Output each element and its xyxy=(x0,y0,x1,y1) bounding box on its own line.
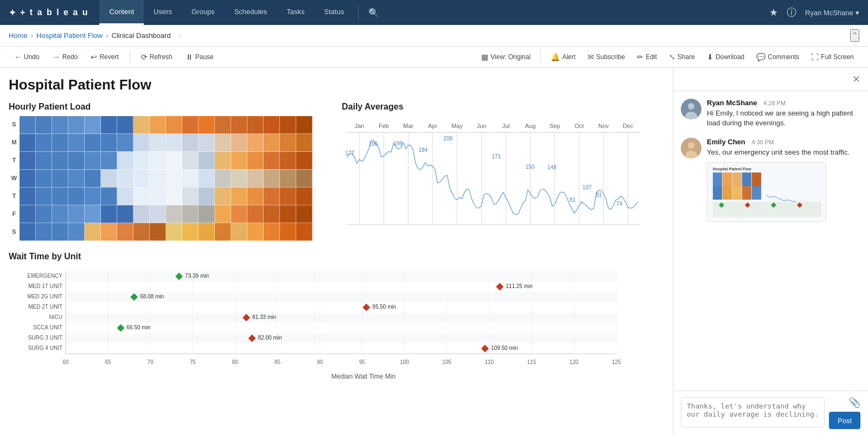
comment-header-emily: Emily Chen 4:30 PM xyxy=(707,138,860,146)
comments-panel: ✕ Ryan McShane 4:28 PM Hi Emily, xyxy=(673,68,868,434)
comments-body: Ryan McShane 4:28 PM Hi Emily, I noticed… xyxy=(673,91,868,391)
breadcrumb-star[interactable]: ☆ xyxy=(177,31,184,40)
breadcrumb-bar: Home › Hospital Patient Flow › Clinical … xyxy=(0,25,868,47)
edit-button[interactable]: ✏ Edit xyxy=(631,50,662,64)
share-icon: ⤡ xyxy=(669,53,675,61)
svg-point-4 xyxy=(688,142,694,149)
wait-chart-canvas xyxy=(9,266,627,369)
top-nav: ✦ + t a b l e a u Content Users Groups S… xyxy=(0,0,868,25)
comment-content-emily: Emily Chen 4:30 PM Yes, our emergency un… xyxy=(707,138,860,221)
nav-item-content[interactable]: Content xyxy=(99,0,144,25)
dashboard-area: Hospital Patient Flow Hourly Patient Loa… xyxy=(0,68,673,434)
comment-time-emily: 4:30 PM xyxy=(751,139,774,145)
undo-icon: ← xyxy=(14,53,22,61)
hourly-patient-load-section: Hourly Patient Load xyxy=(9,102,331,241)
fullscreen-button[interactable]: ⛶ Full Screen xyxy=(806,50,859,64)
comment-time-ryan: 4:28 PM xyxy=(763,100,786,106)
pause-icon: ⏸ xyxy=(186,53,193,61)
comment-content-ryan: Ryan McShane 4:28 PM Hi Emily, I noticed… xyxy=(707,99,860,128)
toolbar-sep-1 xyxy=(130,50,130,63)
comments-icon: 💬 xyxy=(756,53,765,61)
pause-label: Pause xyxy=(195,53,214,61)
breadcrumb-sep-2: › xyxy=(106,31,108,40)
share-label: Share xyxy=(678,53,695,61)
comment-input[interactable] xyxy=(681,397,825,427)
alert-button[interactable]: 🔔 Alert xyxy=(545,50,581,64)
post-button[interactable]: Post xyxy=(829,412,860,429)
nav-item-groups[interactable]: Groups xyxy=(182,0,225,25)
nav-item-status[interactable]: Status xyxy=(315,0,354,25)
mini-dashboard-canvas xyxy=(711,166,824,218)
refresh-button[interactable]: ⟳ Refresh xyxy=(136,50,178,64)
comment-image-emily xyxy=(707,162,826,222)
pause-button[interactable]: ⏸ Pause xyxy=(180,50,219,64)
search-icon[interactable]: 🔍 xyxy=(363,8,385,18)
wait-time-section: Wait Time by Unit Median Wait Time Min xyxy=(9,252,664,380)
refresh-label: Refresh xyxy=(150,53,173,61)
view-original-button[interactable]: ▦ View: Original xyxy=(476,50,536,64)
revert-button[interactable]: ↩ Revert xyxy=(85,50,124,64)
undo-label: Undo xyxy=(24,53,40,61)
avatar-ryan-svg xyxy=(681,99,701,119)
wait-axis-title: Median Wait Time Min xyxy=(63,373,664,380)
daily-chart-wrapper xyxy=(342,116,664,241)
comments-button[interactable]: 💬 Comments xyxy=(751,50,805,64)
attach-icon[interactable]: 📎 xyxy=(848,397,860,409)
favorite-icon[interactable]: ★ xyxy=(769,7,778,18)
subscribe-button[interactable]: ✉ Subscribe xyxy=(582,50,630,64)
nav-item-users[interactable]: Users xyxy=(144,0,182,25)
user-menu[interactable]: Ryan McShane ▾ xyxy=(805,9,859,17)
close-comments-button[interactable]: ✕ xyxy=(852,73,860,85)
nav-item-schedules[interactable]: Schedules xyxy=(225,0,277,25)
comments-header: ✕ xyxy=(673,68,868,91)
charts-row: Hourly Patient Load Daily Averages xyxy=(9,102,664,241)
heatmap-canvas xyxy=(9,116,312,241)
avatar-emily-svg xyxy=(681,138,701,158)
breadcrumb-current: Clinical Dashboard xyxy=(112,31,171,40)
redo-button[interactable]: → Redo xyxy=(47,50,84,64)
breadcrumb-home[interactable]: Home xyxy=(9,31,28,40)
daily-chart-title: Daily Averages xyxy=(342,102,664,112)
toolbar-sep-2 xyxy=(540,50,541,63)
logo-text: + t a b l e a u xyxy=(20,8,88,17)
subscribe-label: Subscribe xyxy=(596,53,625,61)
comment-input-wrapper xyxy=(681,397,825,429)
toolbar: ← Undo → Redo ↩ Revert ⟳ Refresh ⏸ Pause… xyxy=(0,47,868,68)
heatmap-container xyxy=(9,116,331,241)
share-button[interactable]: ⤡ Share xyxy=(663,50,700,64)
view-label: View: Original xyxy=(490,53,531,61)
wait-chart-title: Wait Time by Unit xyxy=(9,252,664,261)
download-icon: ⬇ xyxy=(707,53,713,61)
wait-chart-area: Median Wait Time Min xyxy=(9,266,664,380)
nav-right: ★ ⓘ Ryan McShane ▾ xyxy=(769,6,859,19)
user-name: Ryan McShane xyxy=(805,9,853,17)
nav-item-tasks[interactable]: Tasks xyxy=(277,0,314,25)
download-label: Download xyxy=(716,53,744,61)
redo-label: Redo xyxy=(62,53,78,61)
user-menu-chevron: ▾ xyxy=(856,9,859,17)
comment-item-emily: Emily Chen 4:30 PM Yes, our emergency un… xyxy=(681,138,860,221)
tableau-logo: ✦ + t a b l e a u xyxy=(9,8,88,18)
toolbar-right: ▦ View: Original 🔔 Alert ✉ Subscribe ✏ E… xyxy=(476,50,859,64)
info-icon[interactable]: ⓘ xyxy=(787,6,796,19)
breadcrumb-section[interactable]: Hospital Patient Flow xyxy=(36,31,103,40)
nav-items: Content Users Groups Schedules Tasks Sta… xyxy=(99,0,354,25)
fullscreen-icon: ⛶ xyxy=(811,53,819,61)
comment-text-ryan: Hi Emily, I noticed we are seeing a high… xyxy=(707,108,860,128)
hourly-chart-title: Hourly Patient Load xyxy=(9,102,331,112)
nav-divider xyxy=(358,6,359,19)
revert-label: Revert xyxy=(99,53,118,61)
fullscreen-label: Full Screen xyxy=(821,53,854,61)
comment-author-ryan: Ryan McShane xyxy=(707,99,757,107)
download-button[interactable]: ⬇ Download xyxy=(701,50,750,64)
collapse-button[interactable]: ⌃ xyxy=(850,29,859,42)
refresh-icon: ⟳ xyxy=(141,53,148,61)
daily-averages-section: Daily Averages xyxy=(342,102,664,241)
main-layout: Hospital Patient Flow Hourly Patient Loa… xyxy=(0,68,868,434)
envelope-icon: ✉ xyxy=(588,53,594,61)
breadcrumb-sep-1: › xyxy=(31,31,33,40)
revert-icon: ↩ xyxy=(91,53,97,61)
comment-actions: 📎 Post xyxy=(829,397,860,429)
avatar-emily xyxy=(681,138,701,158)
undo-button[interactable]: ← Undo xyxy=(9,50,45,64)
